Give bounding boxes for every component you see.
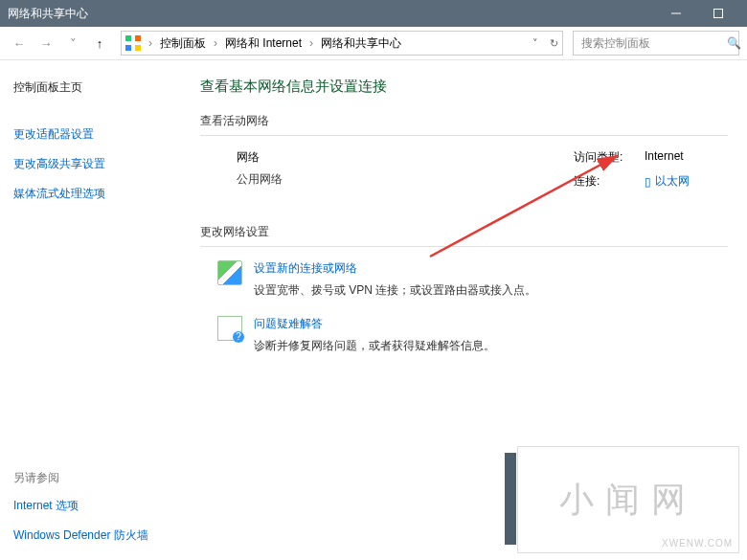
chevron-right-icon: › <box>307 36 315 50</box>
network-name: 网络 <box>237 149 283 166</box>
option-troubleshoot: 问题疑难解答 诊断并修复网络问题，或者获得疑难解答信息。 <box>200 316 728 354</box>
connection-ethernet-link[interactable]: ▯ 以太网 <box>645 173 690 190</box>
wizard-icon <box>217 260 242 285</box>
connection-value: 以太网 <box>655 173 690 190</box>
main-content: 查看基本网络信息并设置连接 查看活动网络 网络 公用网络 访问类型: Inter… <box>181 60 747 560</box>
option-troubleshoot-link[interactable]: 问题疑难解答 <box>254 316 495 332</box>
refresh-icon[interactable]: ↻ <box>550 37 558 50</box>
control-panel-icon <box>125 35 141 51</box>
breadcrumb-control-panel[interactable]: 控制面板 <box>160 35 206 52</box>
breadcrumb-network-internet[interactable]: 网络和 Internet <box>225 35 302 52</box>
access-type-label: 访问类型: <box>574 149 627 166</box>
sidebar: 控制面板主页 更改适配器设置 更改高级共享设置 媒体流式处理选项 另请参阅 In… <box>0 60 181 560</box>
divider <box>200 135 728 136</box>
search-input[interactable] <box>579 35 727 51</box>
active-network-row: 网络 公用网络 访问类型: Internet 连接: ▯ 以太网 <box>200 149 728 197</box>
troubleshoot-icon <box>217 316 242 341</box>
sidebar-see-also-label: 另请参阅 <box>13 470 181 486</box>
section-change-settings-title: 更改网络设置 <box>200 224 728 240</box>
search-box[interactable]: 🔍 <box>573 31 739 56</box>
option-new-connection: 设置新的连接或网络 设置宽带、拨号或 VPN 连接；或设置路由器或接入点。 <box>200 260 728 299</box>
address-bar[interactable]: › 控制面板 › 网络和 Internet › 网络和共享中心 ˅ ↻ <box>121 31 563 56</box>
up-button[interactable]: ↑ <box>88 32 111 55</box>
sidebar-footer-internet-options[interactable]: Internet 选项 <box>13 498 181 514</box>
watermark-url: XWENW.COM <box>662 538 733 549</box>
recent-locations-dropdown[interactable]: ˅ <box>61 32 84 55</box>
divider <box>200 246 728 247</box>
sidebar-home[interactable]: 控制面板主页 <box>13 79 181 96</box>
chevron-right-icon: › <box>147 36 154 50</box>
watermark-text: 小闻网 <box>559 477 697 524</box>
breadcrumb-network-sharing[interactable]: 网络和共享中心 <box>321 35 401 52</box>
option-new-connection-link[interactable]: 设置新的连接或网络 <box>254 260 536 277</box>
window-title: 网络和共享中心 <box>8 6 655 22</box>
window-titlebar: 网络和共享中心 <box>0 0 747 27</box>
minimize-button[interactable] <box>655 0 697 27</box>
navigation-bar: ← → ˅ ↑ › 控制面板 › 网络和 Internet › 网络和共享中心 … <box>0 27 747 60</box>
option-troubleshoot-desc: 诊断并修复网络问题，或者获得疑难解答信息。 <box>254 338 495 354</box>
back-button[interactable]: ← <box>8 32 31 55</box>
page-heading: 查看基本网络信息并设置连接 <box>200 78 728 96</box>
svg-rect-1 <box>714 10 723 18</box>
connection-label: 连接: <box>574 173 627 190</box>
watermark: 小闻网 XWENW.COM <box>517 446 739 553</box>
network-type: 公用网络 <box>237 171 283 188</box>
forward-button[interactable]: → <box>34 32 57 55</box>
access-type-value: Internet <box>645 149 684 166</box>
sidebar-item-adapter-settings[interactable]: 更改适配器设置 <box>13 126 181 143</box>
section-active-networks-title: 查看活动网络 <box>200 113 728 129</box>
address-dropdown-icon[interactable]: ˅ <box>532 37 538 50</box>
sidebar-item-advanced-sharing[interactable]: 更改高级共享设置 <box>13 156 181 172</box>
chevron-right-icon: › <box>212 36 219 50</box>
search-icon[interactable]: 🔍 <box>727 36 741 50</box>
option-new-connection-desc: 设置宽带、拨号或 VPN 连接；或设置路由器或接入点。 <box>254 282 536 299</box>
ethernet-icon: ▯ <box>645 175 651 189</box>
maximize-button[interactable] <box>697 0 739 27</box>
sidebar-footer-defender-firewall[interactable]: Windows Defender 防火墙 <box>13 527 181 544</box>
sidebar-item-media-streaming[interactable]: 媒体流式处理选项 <box>13 186 181 202</box>
